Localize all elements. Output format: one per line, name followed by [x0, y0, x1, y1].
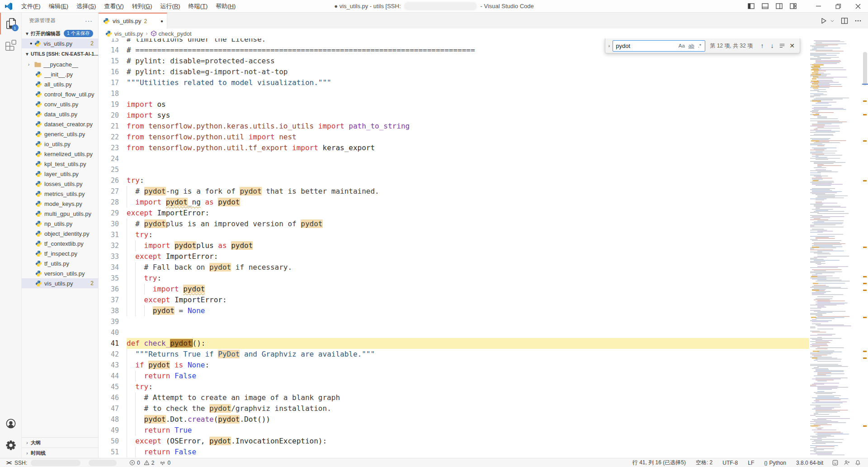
code-line-50[interactable]: 50 except (OSError, pydot.InvocationExce…: [99, 436, 809, 447]
whole-word-icon[interactable]: ab: [687, 43, 696, 48]
ports-indicator[interactable]: 0: [157, 460, 173, 466]
code-line-40[interactable]: 40: [99, 327, 809, 338]
code-line-48[interactable]: 48 pydot.Dot.create(pydot.Dot()): [99, 414, 809, 425]
indentation[interactable]: 空格: 2: [693, 459, 715, 467]
code-line-37[interactable]: 37 except ImportError:: [99, 295, 809, 305]
tree-item-tf_utils.py[interactable]: tf_utils.py: [22, 258, 98, 268]
code-line-36[interactable]: 36 import pydot: [99, 284, 809, 295]
sidebar-more-actions-icon[interactable]: ···: [85, 17, 93, 24]
close-window-button[interactable]: [848, 0, 868, 12]
outline-section[interactable]: › 大纲: [22, 437, 98, 448]
minimize-button[interactable]: [808, 0, 828, 12]
tree-item-tf_inspect.py[interactable]: tf_inspect.py: [22, 248, 98, 258]
tree-item-losses_utils.py[interactable]: losses_utils.py: [22, 179, 98, 189]
menu-item-t[interactable]: 终端(T): [184, 0, 212, 12]
next-match-icon[interactable]: ↓: [767, 41, 777, 51]
code-line-29[interactable]: 29except ImportError:: [99, 208, 809, 219]
toggle-sidebar-icon[interactable]: [748, 3, 755, 10]
code-line-46[interactable]: 46 # Attempt to create an image of a bla…: [99, 392, 809, 403]
settings-gear-icon[interactable]: [0, 434, 22, 456]
tree-item-dataset_creator.py[interactable]: dataset_creator.py: [22, 119, 98, 129]
menu-item-g[interactable]: 转到(G): [128, 0, 156, 12]
more-actions-icon[interactable]: [854, 17, 862, 24]
menu-item-e[interactable]: 编辑(E): [45, 0, 72, 12]
code-line-16[interactable]: 16# pylint: disable=g-import-not-at-top: [99, 67, 809, 77]
match-case-icon[interactable]: Aa: [677, 43, 687, 48]
code-line-27[interactable]: 27 # pydot-ng is a fork of pydot that is…: [99, 186, 809, 197]
notifications-bell-icon[interactable]: [852, 460, 863, 466]
code-line-23[interactable]: 23from tensorflow.python.util.tf_export …: [99, 143, 809, 153]
menu-item-r[interactable]: 运行(R): [156, 0, 184, 12]
code-line-30[interactable]: 30 # pydotplus is an improved version of…: [99, 219, 809, 229]
code-line-25[interactable]: 25: [99, 164, 809, 175]
menu-item-s[interactable]: 选择(S): [72, 0, 100, 12]
toggle-panel-icon[interactable]: [762, 3, 769, 10]
eol-selector[interactable]: LF: [745, 460, 757, 466]
code-editor[interactable]: 13# limitations under the License.14# ==…: [99, 38, 868, 458]
code-line-28[interactable]: 28 import pydot_ng as pydot: [99, 197, 809, 208]
encoding[interactable]: UTF-8: [720, 460, 741, 466]
tree-item-conv_utils.py[interactable]: conv_utils.py: [22, 99, 98, 109]
cursor-position[interactable]: 行 41, 列 16 (已选择5): [630, 459, 689, 467]
tree-item-layer_utils.py[interactable]: layer_utils.py: [22, 169, 98, 179]
tree-item-data_utils.py[interactable]: data_utils.py: [22, 109, 98, 119]
code-line-26[interactable]: 26try:: [99, 175, 809, 186]
breadcrumb-symbol[interactable]: check_pydot: [159, 30, 192, 37]
menu-item-v[interactable]: 查看(V): [100, 0, 127, 12]
python-interpreter[interactable]: 3.8.0 64-bit: [793, 460, 826, 466]
code-line-39[interactable]: 39: [99, 316, 809, 327]
menu-item-f[interactable]: 文件(F): [17, 0, 45, 12]
share-person-icon[interactable]: [841, 460, 852, 466]
find-in-selection-icon[interactable]: [777, 41, 787, 51]
code-line-38[interactable]: 38 pydot = None: [99, 305, 809, 316]
menu-item-h[interactable]: 帮助(H): [212, 0, 240, 12]
remote-indicator[interactable]: >< SSH:: [4, 460, 119, 466]
tree-item-version_utils.py[interactable]: version_utils.py: [22, 268, 98, 278]
account-icon[interactable]: [0, 413, 22, 434]
extensions-activity-icon[interactable]: [0, 34, 22, 56]
code-line-45[interactable]: 45 try:: [99, 381, 809, 392]
tree-item-kernelized_utils.py[interactable]: kernelized_utils.py: [22, 149, 98, 159]
run-python-file-icon[interactable]: [820, 17, 827, 24]
tree-item-tf_contextlib.py[interactable]: tf_contextlib.py: [22, 238, 98, 248]
code-line-24[interactable]: 24: [99, 153, 809, 164]
open-editor-item[interactable]: ● vis_utils.py 2: [22, 38, 98, 48]
tree-item-__pycache__[interactable]: ›__pycache__: [22, 59, 98, 69]
code-line-33[interactable]: 33 except ImportError:: [99, 251, 809, 262]
tab-vis-utils[interactable]: vis_utils.py 2 ●: [99, 13, 167, 29]
tree-item-generic_utils.py[interactable]: generic_utils.py: [22, 129, 98, 139]
toggle-secondary-sidebar-icon[interactable]: [776, 3, 783, 10]
tree-item-multi_gpu_utils.py[interactable]: multi_gpu_utils.py: [22, 209, 98, 219]
tree-item-vis_utils.py[interactable]: vis_utils.py2: [22, 278, 98, 288]
language-mode[interactable]: {} Python: [761, 460, 789, 466]
close-find-icon[interactable]: ✕: [787, 41, 797, 51]
toggle-replace-icon[interactable]: ›: [605, 43, 613, 48]
find-input[interactable]: pydot Aa ab .*: [613, 40, 705, 52]
code-line-20[interactable]: 20import sys: [99, 110, 809, 121]
split-editor-icon[interactable]: [841, 17, 848, 24]
code-line-34[interactable]: 34 # Fall back on pydot if necessary.: [99, 262, 809, 273]
code-line-21[interactable]: 21from tensorflow.python.keras.utils.io_…: [99, 121, 809, 132]
restore-button[interactable]: [828, 0, 848, 12]
run-dropdown-icon[interactable]: [830, 17, 835, 24]
code-line-41[interactable]: 41def check_pydot():: [99, 338, 809, 349]
customize-layout-icon[interactable]: [790, 3, 797, 10]
overview-ruler[interactable]: [862, 38, 868, 458]
code-line-43[interactable]: 43 if pydot is None:: [99, 360, 809, 371]
explorer-activity-icon[interactable]: 1: [0, 13, 22, 34]
tree-item-object_identity.py[interactable]: object_identity.py: [22, 229, 98, 238]
feedback-smiley-icon[interactable]: [830, 460, 841, 466]
tree-item-control_flow_util.py[interactable]: control_flow_util.py: [22, 89, 98, 99]
timeline-section[interactable]: › 时间线: [22, 448, 98, 458]
problems-indicator[interactable]: 0 2: [127, 460, 157, 466]
code-line-17[interactable]: 17"""Utilities related to model visualiz…: [99, 77, 809, 88]
tree-item-metrics_utils.py[interactable]: metrics_utils.py: [22, 189, 98, 199]
code-line-22[interactable]: 22from tensorflow.python.util import nes…: [99, 132, 809, 143]
code-line-42[interactable]: 42 """Returns True if PyDot and Graphviz…: [99, 349, 809, 360]
tree-item-np_utils.py[interactable]: np_utils.py: [22, 219, 98, 229]
code-line-15[interactable]: 15# pylint: disable=protected-access: [99, 56, 809, 67]
tree-item-io_utils.py[interactable]: io_utils.py: [22, 139, 98, 149]
code-line-49[interactable]: 49 return True: [99, 425, 809, 436]
code-line-18[interactable]: 18: [99, 88, 809, 99]
workspace-folder-header[interactable]: ▼ UTILS [SSH: CN-EAST-AI-1...: [22, 48, 98, 59]
